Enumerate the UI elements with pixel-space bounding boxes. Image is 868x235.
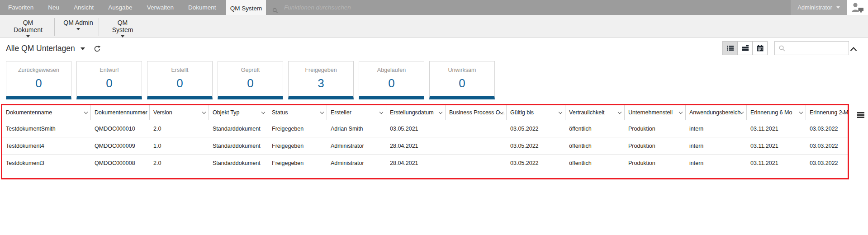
- table-cell: Testdokument4: [2, 137, 91, 154]
- chevron-down-icon[interactable]: [439, 110, 442, 114]
- table-cell: intern: [686, 120, 747, 137]
- status-card-1[interactable]: Entwurf0: [76, 61, 142, 99]
- status-card-count: 3: [289, 76, 353, 90]
- topbar-menu: Favoriten Neu Ansicht Ausgabe Verwalten …: [8, 0, 216, 15]
- function-search: [270, 0, 433, 15]
- caret-down-icon: [26, 35, 30, 38]
- column-header-label: Dokumentennummer: [95, 109, 147, 116]
- status-card-label: Entwurf: [77, 67, 142, 73]
- ribbon-item-qm-system[interactable]: QM System: [106, 19, 139, 38]
- tab-qm-system[interactable]: QM System: [226, 0, 266, 17]
- menu-item-ansicht[interactable]: Ansicht: [74, 4, 94, 11]
- table-row-0[interactable]: TestdokumentSmithQMDOC0000102.0Standardd…: [2, 120, 848, 137]
- chevron-down-icon[interactable]: [618, 110, 621, 114]
- status-card-count: 0: [218, 76, 283, 90]
- detail-view-button[interactable]: [737, 41, 753, 55]
- table-cell: 28.04.2021: [386, 137, 446, 154]
- chevron-down-icon[interactable]: [379, 110, 383, 114]
- table-cell: Produktion: [625, 137, 686, 154]
- table-cell: Testdokument3: [2, 155, 91, 172]
- menu-item-favoriten[interactable]: Favoriten: [8, 4, 33, 11]
- chevron-down-icon[interactable]: [202, 110, 206, 114]
- table-cell: 2.0: [150, 120, 209, 137]
- column-header-label: Objekt Typ: [213, 109, 240, 116]
- grid-header: DokumentennameDokumentennummerVersionObj…: [2, 105, 848, 120]
- avatar[interactable]: [847, 0, 868, 15]
- status-card-3[interactable]: Geprüft0: [218, 61, 283, 99]
- table-cell: 03.05.2022: [507, 120, 565, 137]
- status-card-label: Freigegeben: [289, 67, 353, 73]
- list-view-button[interactable]: [722, 41, 738, 55]
- topbar: Favoriten Neu Ansicht Ausgabe Verwalten …: [0, 0, 868, 15]
- status-card-6[interactable]: Unwirksam0: [429, 61, 495, 99]
- chevron-down-icon[interactable]: [320, 110, 324, 114]
- menu-item-ausgabe[interactable]: Ausgabe: [108, 4, 132, 11]
- chevron-down-icon[interactable]: [559, 110, 562, 114]
- column-header-13[interactable]: Erinnerung 2 Mo: [806, 105, 848, 120]
- column-header-12[interactable]: Erinnerung 6 Mo: [747, 105, 806, 120]
- column-header-9[interactable]: Vertraulichkeit: [565, 105, 625, 120]
- column-chooser-button[interactable]: [857, 112, 864, 119]
- calendar-view-button[interactable]: [752, 41, 768, 55]
- collapse-button[interactable]: [850, 45, 857, 53]
- table-cell: QMDOC000009: [91, 137, 150, 154]
- table-cell: [446, 120, 507, 137]
- table-cell: QMDOC000008: [91, 155, 150, 172]
- status-card-2[interactable]: Erstellt0: [147, 61, 213, 99]
- chevron-down-icon[interactable]: [679, 110, 683, 114]
- refresh-icon: [93, 45, 101, 53]
- column-header-8[interactable]: Gültig bis: [507, 105, 565, 120]
- chevron-down-icon[interactable]: [799, 110, 803, 114]
- grid-search: [774, 41, 849, 55]
- user-menu[interactable]: Administrator: [791, 0, 847, 15]
- table-cell: Freigegeben: [268, 137, 327, 154]
- ribbon-item-qm-dokument[interactable]: QM Dokument: [8, 19, 48, 38]
- view-selector[interactable]: Alle QM Unterlagen: [6, 44, 101, 53]
- ribbon: QM Dokument QM Admin QM System: [0, 15, 868, 38]
- table-cell: 28.04.2021: [386, 155, 446, 172]
- status-card-count: 0: [430, 76, 494, 90]
- table-row-2[interactable]: Testdokument3QMDOC0000082.0Standarddokum…: [2, 155, 848, 172]
- view-mode-toggle: [722, 41, 768, 55]
- status-card-count: 0: [77, 76, 142, 90]
- column-header-1[interactable]: Dokumentennummer: [91, 105, 150, 120]
- grid-search-input[interactable]: [788, 42, 846, 55]
- table-cell: 03.11.2021: [747, 137, 806, 154]
- status-card-count: 0: [359, 76, 424, 90]
- menu-item-dokument[interactable]: Dokument: [188, 4, 216, 11]
- refresh-button[interactable]: [93, 45, 101, 53]
- chevron-down-icon[interactable]: [261, 110, 265, 114]
- column-header-4[interactable]: Status: [268, 105, 327, 120]
- column-header-10[interactable]: Unternehmensteil: [625, 105, 686, 120]
- ribbon-item-label: QM Dokument: [14, 19, 43, 33]
- ribbon-item-qm-admin[interactable]: QM Admin: [63, 19, 93, 30]
- menu-item-verwalten[interactable]: Verwalten: [147, 4, 174, 11]
- status-card-4[interactable]: Freigegeben3: [288, 61, 354, 99]
- menu-item-neu[interactable]: Neu: [48, 4, 59, 11]
- hamburger-icon: [857, 112, 864, 113]
- function-search-input[interactable]: [283, 0, 428, 15]
- table-cell: [446, 155, 507, 172]
- status-card-label: Geprüft: [218, 67, 283, 73]
- caret-down-icon: [836, 6, 840, 9]
- column-header-7[interactable]: Business Process O...: [446, 105, 507, 120]
- column-header-0[interactable]: Dokumentenname: [2, 105, 91, 120]
- table-cell: 03.03.2022: [806, 120, 848, 137]
- column-header-11[interactable]: Anwendungsbereich: [686, 105, 747, 120]
- table-cell: intern: [686, 137, 747, 154]
- status-card-0[interactable]: Zurückgewiesen0: [6, 61, 71, 99]
- ribbon-item-label: QM System: [112, 19, 133, 33]
- table-row-1[interactable]: Testdokument4QMDOC0000091.0Standarddokum…: [2, 137, 848, 155]
- status-cards: Zurückgewiesen0Entwurf0Erstellt0Geprüft0…: [6, 61, 495, 99]
- column-header-3[interactable]: Objekt Typ: [209, 105, 268, 120]
- column-header-6[interactable]: Erstellungsdatum: [386, 105, 446, 120]
- column-header-label: Erstellungsdatum: [390, 109, 434, 116]
- chevron-down-icon[interactable]: [84, 110, 88, 114]
- column-header-label: Business Process O...: [449, 109, 505, 116]
- caret-down-icon: [76, 28, 80, 30]
- column-header-5[interactable]: Ersteller: [327, 105, 386, 120]
- search-icon: [272, 7, 278, 15]
- column-header-2[interactable]: Version: [150, 105, 209, 120]
- status-card-5[interactable]: Abgelaufen0: [359, 61, 424, 99]
- table-cell: TestdokumentSmith: [2, 120, 91, 137]
